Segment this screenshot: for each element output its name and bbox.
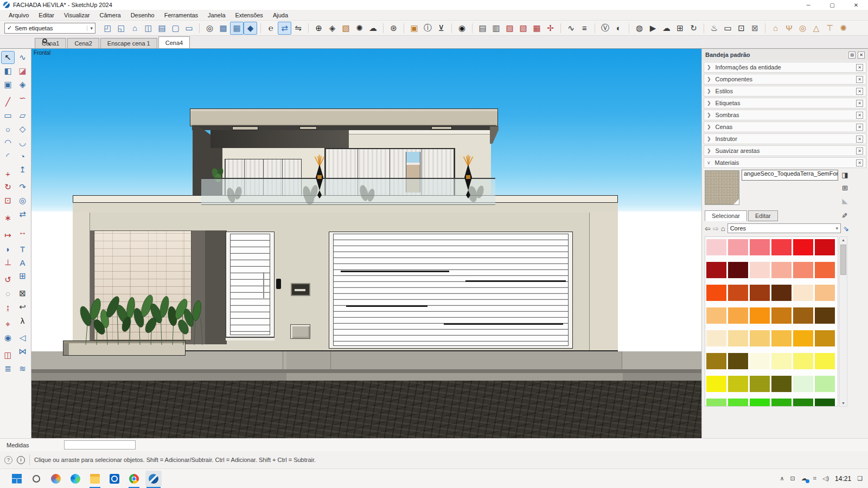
vray-cart-icon[interactable]: ⊻ [435, 22, 448, 35]
tab-cena1[interactable]: Cena1 [35, 38, 66, 48]
color-swatch[interactable] [771, 239, 792, 255]
scene-window-icon[interactable]: ▭ [721, 22, 735, 35]
color-swatch[interactable] [750, 399, 770, 407]
tool-line[interactable]: ╱ [1, 95, 15, 108]
texture-doc1-icon[interactable]: ▤ [476, 22, 489, 35]
texture-swap-icon[interactable]: ▦ [530, 22, 544, 35]
tool-rectangle[interactable]: ▭ [1, 109, 15, 122]
tool-make-component[interactable]: ▣ [1, 78, 15, 91]
color-swatch[interactable] [728, 353, 748, 369]
enscape-live-icon[interactable]: Ψ [782, 22, 796, 35]
color-swatch[interactable] [771, 353, 792, 369]
in-model-button[interactable]: ⇘ [843, 224, 849, 233]
taskbar-copilot[interactable] [48, 471, 64, 487]
tag-filter-dropdown[interactable]: ✓ Sem etiquetas ▾ [4, 23, 95, 34]
scene-window-teapot-icon[interactable]: ⊡ [735, 22, 748, 35]
taskbar-search-button[interactable] [28, 471, 44, 487]
tool-zoom-extents[interactable]: ↨ [1, 300, 15, 313]
section-close-button[interactable]: ✕ [856, 100, 863, 107]
color-swatch[interactable] [793, 399, 813, 407]
section-close-button[interactable]: ✕ [856, 124, 863, 131]
section-components[interactable]: ❯ Componentes ✕ [704, 74, 866, 85]
color-swatch[interactable] [815, 399, 835, 407]
color-swatch[interactable] [771, 399, 792, 407]
section-shadows[interactable]: ❯ Sombras ✕ [704, 110, 866, 120]
scene-coffee-icon[interactable]: ♨ [707, 22, 721, 35]
notification-center-icon[interactable]: ❏ [857, 475, 863, 482]
enscape-view-icon[interactable]: ◎ [796, 22, 809, 35]
scene-search-icon[interactable] [42, 38, 47, 43]
style-monochrome-icon[interactable]: ◆ [244, 22, 257, 35]
vray-render-play-icon[interactable]: ▶ [646, 22, 660, 35]
vray-frame-chat-icon[interactable]: ▣ [407, 22, 421, 35]
menu-camera[interactable]: Câmera [95, 11, 125, 20]
vray-frame-buffer-icon[interactable]: ⊞ [673, 22, 687, 35]
enscape-sync-icon[interactable]: ⇄ [278, 22, 291, 35]
color-swatch[interactable] [706, 262, 726, 278]
tool-tag[interactable]: ◈ [16, 78, 29, 91]
texture-export-icon[interactable]: ▧ [516, 22, 530, 35]
vray-render-cloud-icon[interactable]: ☁ [660, 22, 673, 35]
view-back-icon[interactable]: ▤ [155, 22, 169, 35]
list-tool-icon[interactable]: ≡ [578, 22, 591, 35]
section-styles[interactable]: ❯ Estilos ✕ [704, 86, 866, 97]
color-swatch[interactable] [815, 239, 835, 255]
tool-pie[interactable]: ◔ [16, 150, 29, 163]
color-swatch[interactable] [750, 376, 770, 392]
taskbar-outlook[interactable] [106, 471, 123, 487]
vray-logo-icon[interactable]: Ⓥ [598, 22, 612, 35]
menu-ferramentas[interactable]: Ferramentas [160, 11, 202, 20]
section-instructor[interactable]: ❯ Instrutor ✕ [704, 133, 866, 144]
clock[interactable]: 14:21 [835, 475, 851, 483]
section-close-button[interactable]: ✕ [856, 147, 863, 155]
tab-cena4[interactable]: Cena4 [158, 36, 190, 48]
color-swatch[interactable] [815, 376, 835, 392]
tool-zoom[interactable]: ◌ [1, 287, 15, 300]
style-shaded-icon[interactable]: ▦ [230, 22, 244, 35]
taskbar-sketchup[interactable] [145, 471, 162, 487]
scroll-down-icon[interactable]: ▼ [841, 401, 845, 405]
tab-selecionar[interactable]: Selecionar [705, 210, 747, 221]
menu-desenho[interactable]: Desenho [126, 11, 159, 20]
section-close-button[interactable]: ✕ [856, 76, 863, 83]
vray-render-gear-icon[interactable]: ✺ [353, 22, 366, 35]
taskbar-explorer[interactable] [87, 471, 103, 487]
color-swatch[interactable] [728, 262, 748, 278]
home-icon[interactable]: ⌂ [721, 224, 725, 233]
tray-close-button[interactable]: ✕ [858, 52, 865, 59]
tool-3d-text[interactable]: A [16, 256, 29, 269]
vray-shield-icon[interactable]: ◈ [326, 22, 339, 35]
tool-layers-1[interactable]: ≣ [1, 362, 15, 375]
menu-janela[interactable]: Janela [203, 11, 229, 20]
color-swatch[interactable] [771, 330, 792, 346]
tool-paint-bucket[interactable]: ◧ [1, 65, 15, 78]
view-left-icon[interactable]: ◱ [114, 22, 128, 35]
color-swatch[interactable] [793, 239, 813, 255]
tool-3pt-arc[interactable]: ◜ [1, 150, 15, 163]
vray-info-icon[interactable]: ⓘ [421, 22, 435, 35]
view-bottom-icon[interactable]: ▭ [182, 22, 196, 35]
texture-import-icon[interactable]: ▨ [503, 22, 516, 35]
enscape-camera-sync-icon[interactable]: ⇋ [291, 22, 305, 35]
vray-refresh-icon[interactable]: ↻ [687, 22, 700, 35]
section-scenes[interactable]: ❯ Cenas ✕ [704, 121, 866, 132]
tool-rotated-rectangle[interactable]: ▱ [16, 109, 29, 122]
tool-polygon[interactable]: ◇ [16, 123, 29, 136]
vray-cloud-icon[interactable]: ☁ [366, 22, 380, 35]
color-swatch[interactable] [728, 239, 748, 255]
color-swatch[interactable] [771, 307, 792, 324]
menu-visualizar[interactable]: Visualizar [60, 11, 94, 20]
color-swatch[interactable] [706, 285, 726, 301]
tablet-mode-icon[interactable]: ⊡ [790, 475, 795, 482]
enscape-pin-icon[interactable]: ⊤ [823, 22, 837, 35]
tool-lasso[interactable]: ∿ [16, 51, 29, 64]
vray-settings-icon[interactable]: ⊛ [387, 22, 400, 35]
color-swatch[interactable] [793, 262, 813, 278]
scroll-up-icon[interactable]: ▲ [841, 238, 845, 242]
help-icon[interactable]: ? [4, 456, 12, 464]
maximize-button[interactable]: ▢ [820, 0, 844, 10]
menu-extensoes[interactable]: Extensões [231, 11, 267, 20]
tool-look-around[interactable]: ◉ [1, 331, 15, 344]
tool-2pt-arc[interactable]: ◡ [16, 136, 29, 149]
tool-move[interactable]: + [1, 167, 15, 180]
